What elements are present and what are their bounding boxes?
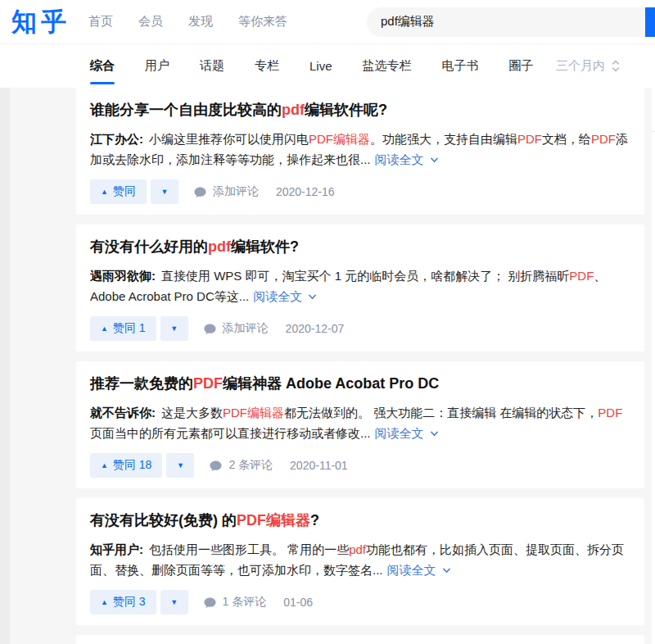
excerpt-text: 小编这里推荐你可以使用闪电PDF编辑器。功能强大，支持自由编辑PDF文档，给PD… — [90, 132, 628, 166]
action-bar: ▲ 赞同 ▼ 添加评论 2020-12-16 — [90, 179, 628, 204]
upvote-button[interactable]: ▲ 赞同 1 — [90, 316, 156, 341]
search-input[interactable] — [367, 7, 645, 37]
comment-label: 添加评论 — [213, 184, 259, 199]
triangle-up-icon: ▲ — [101, 325, 108, 333]
nav-item-首页[interactable]: 首页 — [88, 14, 113, 29]
speech-bubble-icon — [204, 323, 216, 335]
search-button[interactable] — [645, 7, 655, 37]
triangle-up-icon: ▲ — [101, 599, 108, 606]
triangle-down-icon: ▼ — [170, 599, 178, 606]
result-excerpt: 江下办公:小编这里推荐你可以使用闪电PDF编辑器。功能强大，支持自由编辑PDF文… — [90, 129, 628, 170]
downvote-button[interactable]: ▼ — [160, 590, 188, 615]
read-more-link[interactable]: 阅读全文 — [253, 289, 317, 303]
chevron-down-icon — [442, 566, 451, 575]
tab-电子书[interactable]: 电子书 — [442, 44, 479, 88]
nav-item-发现[interactable]: 发现 — [188, 14, 213, 29]
upvote-button[interactable]: ▲ 赞同 3 — [90, 590, 156, 615]
read-more-link[interactable]: 阅读全文 — [375, 152, 439, 166]
tab-话题[interactable]: 话题 — [200, 44, 224, 88]
excerpt-text: 包括使用一些图形工具。 常用的一些pdf功能也都有，比如插入页面、提取页面、拆分… — [90, 542, 624, 577]
result-author[interactable]: 知乎用户: — [90, 542, 143, 556]
result-card: 推荐一款免费的PDF编辑神器 Adobe Acobat Pro DC 就不告诉你… — [76, 361, 644, 488]
result-excerpt: 就不告诉你:这是大多数PDF编辑器都无法做到的。 强大功能二：直接编辑 在编辑的… — [90, 402, 628, 443]
main-nav: 首页 会员 发现 等你来答 — [88, 14, 287, 29]
result-card-partial — [76, 635, 644, 644]
comment-button[interactable]: 1 条评论 — [204, 595, 267, 610]
excerpt-text: 直接使用 WPS 即可，淘宝买个 1 元的临时会员，啥都解决了； 别折腾福昕PD… — [90, 269, 606, 303]
upvote-label: 赞同 1 — [113, 321, 146, 336]
upvote-label: 赞同 18 — [113, 458, 151, 473]
result-date: 01-06 — [283, 596, 313, 609]
tab-专栏[interactable]: 专栏 — [255, 44, 279, 88]
sort-chevrons-icon — [612, 60, 620, 72]
speech-bubble-icon — [210, 460, 222, 472]
comment-button[interactable]: 添加评论 — [194, 184, 259, 199]
result-author[interactable]: 就不告诉你: — [90, 406, 156, 420]
triangle-down-icon: ▼ — [160, 188, 168, 196]
chevron-down-icon — [430, 156, 439, 165]
action-bar: ▲ 赞同 3 ▼ 1 条评论 01-06 — [90, 590, 628, 615]
upvote-label: 赞同 3 — [113, 595, 146, 610]
read-more-label: 阅读全文 — [375, 152, 424, 166]
result-title[interactable]: 推荐一款免费的PDF编辑神器 Adobe Acobat Pro DC — [90, 374, 628, 392]
results-area: 谁能分享一个自由度比较高的pdf编辑软件呢? 江下办公:小编这里推荐你可以使用闪… — [0, 88, 655, 644]
triangle-up-icon: ▲ — [101, 188, 108, 196]
result-excerpt: 知乎用户:包括使用一些图形工具。 常用的一些pdf功能也都有，比如插入页面、提取… — [90, 539, 628, 580]
triangle-down-icon: ▼ — [170, 325, 178, 333]
read-more-link[interactable]: 阅读全文 — [387, 563, 451, 577]
read-more-label: 阅读全文 — [387, 563, 436, 577]
result-author[interactable]: 遇雨羽欲御: — [90, 269, 156, 283]
results-list: 谁能分享一个自由度比较高的pdf编辑软件呢? 江下办公:小编这里推荐你可以使用闪… — [76, 88, 644, 644]
time-filter-label: 三个月内 — [556, 58, 605, 74]
result-card: 有没有比较好(免费) 的PDF编辑器? 知乎用户:包括使用一些图形工具。 常用的… — [76, 498, 644, 625]
result-excerpt: 遇雨羽欲御:直接使用 WPS 即可，淘宝买个 1 元的临时会员，啥都解决了； 别… — [90, 265, 628, 306]
search-bar — [367, 7, 655, 37]
action-bar: ▲ 赞同 18 ▼ 2 条评论 2020-11-01 — [90, 453, 628, 478]
result-date: 2020-12-07 — [286, 322, 345, 335]
read-more-label: 阅读全文 — [253, 289, 302, 303]
speech-bubble-icon — [204, 596, 216, 609]
upvote-button[interactable]: ▲ 赞同 — [90, 179, 147, 204]
nav-item-等你来答[interactable]: 等你来答 — [238, 14, 287, 29]
action-bar: ▲ 赞同 1 ▼ 添加评论 2020-12-07 — [90, 316, 628, 341]
read-more-label: 阅读全文 — [375, 426, 424, 440]
result-date: 2020-12-16 — [276, 185, 335, 198]
time-filter-dropdown[interactable]: 三个月内 — [556, 58, 620, 74]
result-date: 2020-11-01 — [290, 459, 348, 472]
downvote-button[interactable]: ▼ — [160, 316, 188, 341]
comment-button[interactable]: 2 条评论 — [210, 458, 273, 473]
result-title[interactable]: 谁能分享一个自由度比较高的pdf编辑软件呢? — [90, 101, 628, 119]
left-gutter — [0, 88, 10, 644]
triangle-up-icon: ▲ — [101, 462, 108, 469]
search-tab-bar: 综合 用户 话题 专栏 Live 盐选专栏 电子书 圈子 三个月内 — [0, 44, 655, 88]
tab-圈子[interactable]: 圈子 — [509, 44, 534, 88]
tab-综合[interactable]: 综合 — [90, 44, 115, 88]
triangle-down-icon: ▼ — [177, 462, 184, 469]
excerpt-text: 这是大多数PDF编辑器都无法做到的。 强大功能二：直接编辑 在编辑的状态下，PD… — [90, 406, 622, 440]
result-title[interactable]: 有没有比较好(免费) 的PDF编辑器? — [90, 511, 628, 529]
result-card: 有没有什么好用的pdf编辑软件? 遇雨羽欲御:直接使用 WPS 即可，淘宝买个 … — [76, 224, 644, 351]
comment-label: 2 条评论 — [228, 458, 273, 473]
tab-用户[interactable]: 用户 — [145, 44, 169, 88]
sidebar-divider — [652, 131, 655, 132]
speech-bubble-icon — [194, 186, 206, 198]
chevron-down-icon — [308, 293, 317, 302]
tab-Live[interactable]: Live — [309, 44, 332, 88]
upvote-label: 赞同 — [113, 184, 136, 199]
downvote-button[interactable]: ▼ — [166, 453, 194, 478]
result-author[interactable]: 江下办公: — [90, 132, 143, 146]
tab-list: 综合 用户 话题 专栏 Live 盐选专栏 电子书 圈子 — [90, 44, 534, 88]
zhihu-logo[interactable]: 知乎 — [11, 5, 70, 39]
upvote-button[interactable]: ▲ 赞同 18 — [90, 453, 162, 478]
tab-盐选专栏[interactable]: 盐选专栏 — [363, 44, 412, 88]
chevron-down-icon — [430, 429, 439, 438]
result-title[interactable]: 有没有什么好用的pdf编辑软件? — [90, 238, 628, 256]
nav-item-会员[interactable]: 会员 — [138, 14, 163, 29]
comment-label: 添加评论 — [223, 321, 269, 336]
comment-button[interactable]: 添加评论 — [204, 321, 269, 336]
result-card: 谁能分享一个自由度比较高的pdf编辑软件呢? 江下办公:小编这里推荐你可以使用闪… — [76, 88, 644, 215]
downvote-button[interactable]: ▼ — [151, 179, 178, 204]
read-more-link[interactable]: 阅读全文 — [375, 426, 439, 440]
right-sidebar-edge — [652, 88, 655, 644]
comment-label: 1 条评论 — [223, 595, 267, 610]
